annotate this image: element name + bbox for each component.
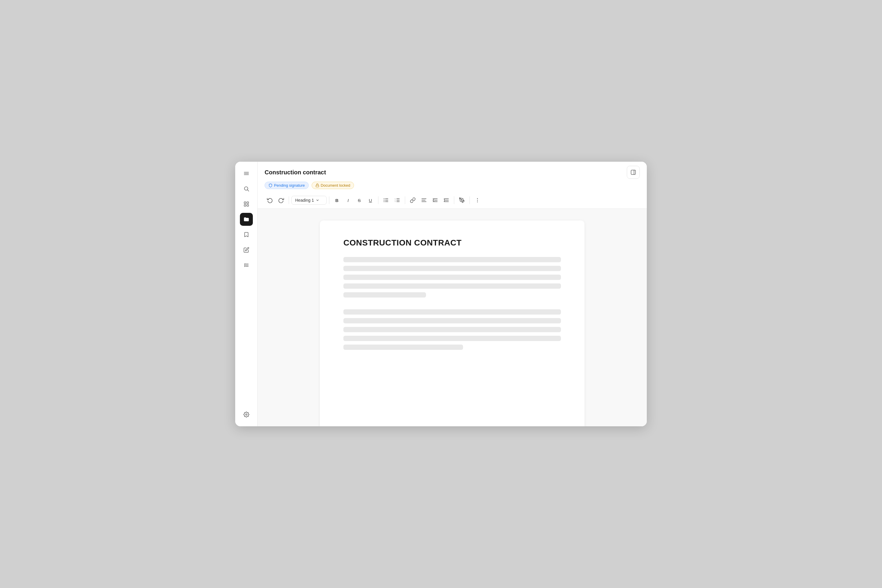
align-button[interactable] [418,195,429,206]
toolbar-divider-6 [470,196,470,204]
skeleton-line-9 [344,336,561,341]
toolbar: Heading 1 B I S [265,193,640,208]
doc-title: Construction contract [265,169,326,176]
draw-button[interactable] [457,195,467,206]
svg-line-4 [247,190,249,191]
svg-rect-5 [244,202,246,204]
heading-selector[interactable]: Heading 1 [291,196,327,205]
skeleton-line-4 [344,284,561,289]
svg-point-37 [461,200,462,201]
skeleton-line-1 [344,257,561,262]
link-button[interactable] [408,195,418,206]
skeleton-line-2 [344,266,561,271]
svg-point-39 [477,200,478,201]
indent-increase-button[interactable] [441,195,452,206]
skeleton-line-7 [344,318,561,323]
svg-point-38 [477,198,478,199]
svg-rect-8 [247,205,248,206]
italic-button[interactable]: I [343,195,353,206]
document-page: CONSTRUCTION CONTRACT [320,220,585,426]
svg-point-21 [384,201,384,202]
topbar-row: Construction contract [265,166,640,179]
svg-rect-6 [247,202,248,204]
svg-point-12 [246,414,247,416]
strikethrough-button[interactable]: S [354,195,364,206]
app-window: Construction contract Pending signature [235,162,647,426]
svg-rect-15 [316,185,319,187]
sidebar-item-search[interactable] [240,182,253,195]
pending-signature-label: Pending signature [274,183,305,188]
document-title: CONSTRUCTION CONTRACT [344,238,561,248]
svg-point-20 [384,200,384,201]
indent-decrease-button[interactable] [430,195,440,206]
main-content: Construction contract Pending signature [258,162,647,426]
document-locked-badge[interactable]: Document locked [312,182,354,189]
skeleton-line-5 [344,292,426,297]
badges-row: Pending signature Document locked [265,182,640,189]
sidebar-item-bookmark[interactable] [240,228,253,241]
sidebar-item-settings[interactable] [240,408,253,421]
sidebar [235,162,258,426]
toolbar-divider-1 [289,196,289,204]
sidebar-item-folder[interactable] [240,213,253,226]
svg-rect-7 [244,205,246,206]
pending-signature-badge[interactable]: Pending signature [265,182,309,189]
document-locked-label: Document locked [321,183,350,188]
sidebar-item-edit[interactable] [240,243,253,256]
toolbar-divider-2 [329,196,329,204]
svg-point-19 [384,198,384,200]
topbar: Construction contract Pending signature [258,162,647,209]
panel-toggle-button[interactable] [627,166,640,179]
redo-button[interactable] [276,195,286,206]
ordered-list-button[interactable]: 1 2 3 [392,195,402,206]
more-options-button[interactable] [472,195,483,206]
svg-rect-13 [631,170,636,175]
sidebar-item-grid[interactable] [240,198,253,210]
skeleton-line-8 [344,327,561,332]
content-area[interactable]: CONSTRUCTION CONTRACT [258,209,647,426]
sidebar-item-menu[interactable] [240,167,253,180]
toolbar-divider-5 [454,196,454,204]
bullet-list-button[interactable] [381,195,392,206]
heading-selector-label: Heading 1 [295,198,314,202]
chevron-down-icon [316,198,319,202]
skeleton-line-3 [344,274,561,280]
svg-point-40 [477,202,478,202]
svg-text:3: 3 [395,201,396,202]
skeleton-line-6 [344,309,561,315]
bold-button[interactable]: B [332,195,342,206]
underline-button[interactable]: U [365,195,376,206]
sidebar-item-checklist[interactable] [240,259,253,272]
toolbar-divider-3 [378,196,378,204]
skeleton-line-10 [344,345,463,350]
undo-button[interactable] [265,195,275,206]
